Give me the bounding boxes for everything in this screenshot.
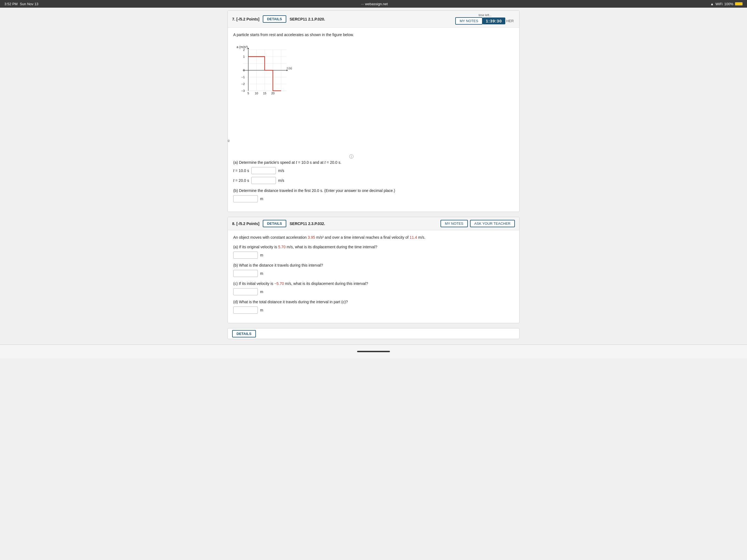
svg-text:10: 10 <box>255 92 258 95</box>
q8-description: An object moves with constant accelerati… <box>233 235 514 240</box>
q8-details-button[interactable]: DETAILS <box>263 220 287 227</box>
q7-my-notes-button[interactable]: MY NOTES <box>455 17 483 25</box>
status-bar: 3:52 PM Sun Nov 13 ··· webassign.net ▲ W… <box>0 0 747 8</box>
q8-part-a-text: (a) If its original velocity is 5.70 m/s… <box>233 244 514 250</box>
svg-text:t (s): t (s) <box>228 139 229 142</box>
info-icon-q7: ⓘ <box>349 154 354 159</box>
svg-text:2: 2 <box>243 48 245 51</box>
q8-part-a-unit: m <box>260 253 263 257</box>
svg-text:t (s): t (s) <box>287 67 292 70</box>
q7-part-b-text: (b) Determine the distance traveled in t… <box>233 188 514 194</box>
question-7-points: 7. [-/5.2 Points] <box>232 17 259 21</box>
q8-part-c: (c) If its initial velocity is −5.70 m/s… <box>233 281 514 295</box>
q7-graph-container: a (m/s²) <box>233 44 293 154</box>
q7-part-a: (a) Determine the particle's speed at t … <box>233 160 514 184</box>
q7-header-buttons: time left... MY NOTES 1:39:30 HER <box>455 14 515 25</box>
q8-v0-negative: −5.70 <box>274 281 284 286</box>
q8-part-b-row: m <box>233 270 514 277</box>
q7-part-b-unit: m <box>260 197 263 201</box>
question-7-body: A particle starts from rest and accelera… <box>228 28 519 212</box>
q7-part-b: (b) Determine the distance traveled in t… <box>233 188 514 202</box>
home-indicator <box>357 351 390 352</box>
q7-t10-unit: m/s <box>278 169 284 173</box>
q8-part-a-row: m <box>233 252 514 259</box>
time-left-wrapper: time left... MY NOTES 1:39:30 HER <box>455 14 515 25</box>
q8-v0-positive: 5.70 <box>278 245 285 249</box>
q8-part-d: (d) What is the total distance it travel… <box>233 299 514 314</box>
status-bar-center: ··· webassign.net <box>361 2 388 6</box>
q8-part-d-unit: m <box>260 308 263 312</box>
svg-text:−1: −1 <box>241 75 245 79</box>
q8-my-notes-button[interactable]: MY NOTES <box>440 220 468 227</box>
q8-part-c-row: m <box>233 288 514 295</box>
battery-icon <box>735 2 743 5</box>
q8-part-b-input[interactable] <box>233 270 258 277</box>
question-8-header: 8. [-/5.2 Points] DETAILS SERCP11 2.3.P.… <box>228 217 519 230</box>
q7-t20-row: t = 20.0 s m/s <box>233 177 514 184</box>
q8-final-velocity: 11.4 <box>410 235 417 239</box>
q7-points-value: [-/5.2 Points] <box>236 17 259 21</box>
q8-points-value: [-/5.2 Points] <box>236 222 259 226</box>
wifi-icon: WiFi <box>716 2 723 6</box>
q8-number: 8. <box>232 222 235 226</box>
bottom-details-btn[interactable]: DETAILS <box>232 330 256 337</box>
q7-t20-unit: m/s <box>278 178 284 183</box>
acceleration-graph: a (m/s²) <box>233 44 293 99</box>
status-bar-right: ▲ WiFi 100% <box>711 2 743 6</box>
q8-header-buttons: MY NOTES ASK YOUR TEACHER <box>440 220 515 227</box>
bottom-bar <box>0 345 747 358</box>
q8-part-a: (a) If its original velocity is 5.70 m/s… <box>233 244 514 259</box>
q7-t10-label: t = 10.0 s <box>233 169 249 173</box>
question-8-card: 8. [-/5.2 Points] DETAILS SERCP11 2.3.P.… <box>228 217 519 323</box>
teacher-partial-label: HER <box>505 19 515 23</box>
q7-t20-label: t = 20.0 s <box>233 178 249 183</box>
q8-part-c-unit: m <box>260 289 263 294</box>
time-block: MY NOTES 1:39:30 HER <box>455 17 515 25</box>
q7-t10-row: t = 10.0 s m/s <box>233 167 514 174</box>
svg-text:15: 15 <box>263 92 266 95</box>
dots-icon: ··· <box>361 2 364 6</box>
time-left-label: time left... <box>455 14 515 17</box>
question-8-points: 8. [-/5.2 Points] <box>232 222 259 226</box>
q7-description: A particle starts from rest and accelera… <box>233 32 514 38</box>
q8-part-c-input[interactable] <box>233 288 258 295</box>
main-content: 7. [-/5.2 Points] DETAILS SERCP11 2.1.P.… <box>223 8 524 345</box>
timer-button[interactable]: 1:39:30 <box>483 18 505 24</box>
q8-part-b-unit: m <box>260 271 263 276</box>
q8-ask-teacher-button[interactable]: ASK YOUR TEACHER <box>470 220 515 227</box>
q8-part-b-text: (b) What is the distance it travels duri… <box>233 262 514 268</box>
q8-acceleration: 3.95 <box>308 235 315 239</box>
svg-text:5: 5 <box>248 92 249 95</box>
svg-text:1: 1 <box>243 55 245 58</box>
question-7-id: SERCP11 2.1.P.020. <box>289 17 452 21</box>
q8-part-b: (b) What is the distance it travels duri… <box>233 262 514 277</box>
q7-t10-input[interactable] <box>251 167 276 174</box>
q7-part-b-row: m <box>233 195 514 202</box>
svg-text:−2: −2 <box>241 82 245 85</box>
question-8-body: An object moves with constant accelerati… <box>228 230 519 323</box>
status-bar-left: 3:52 PM Sun Nov 13 <box>4 2 38 6</box>
q7-number: 7. <box>232 17 235 21</box>
battery-display: 100% <box>724 2 733 6</box>
arrow-icon: ▲ <box>711 2 714 6</box>
q8-part-d-text: (d) What is the total distance it travel… <box>233 299 514 305</box>
question-7-card: 7. [-/5.2 Points] DETAILS SERCP11 2.1.P.… <box>228 10 519 212</box>
website-url: webassign.net <box>365 2 388 6</box>
q8-part-d-input[interactable] <box>233 307 258 314</box>
date-display: Sun Nov 13 <box>20 2 38 6</box>
svg-text:−3: −3 <box>241 89 245 93</box>
q7-t20-input[interactable] <box>251 177 276 184</box>
svg-text:0: 0 <box>243 69 245 72</box>
q8-part-a-input[interactable] <box>233 252 258 259</box>
q7-details-button[interactable]: DETAILS <box>263 15 287 23</box>
svg-text:20: 20 <box>271 92 275 95</box>
q7-part-b-input[interactable] <box>233 195 258 202</box>
question-7-header: 7. [-/5.2 Points] DETAILS SERCP11 2.1.P.… <box>228 11 519 28</box>
question-8-id: SERCP11 2.3.P.032. <box>289 222 437 226</box>
q8-part-c-text: (c) If its initial velocity is −5.70 m/s… <box>233 281 514 286</box>
q8-part-d-row: m <box>233 307 514 314</box>
q7-part-a-text: (a) Determine the particle's speed at t … <box>233 160 514 166</box>
time-display: 3:52 PM <box>4 2 18 6</box>
svg-text:a (m/s²): a (m/s²) <box>236 45 248 49</box>
acceleration-graph-v2: a (m/s²) t (s) 2 1 0 −1 −2 −3 5 10 <box>228 99 233 154</box>
